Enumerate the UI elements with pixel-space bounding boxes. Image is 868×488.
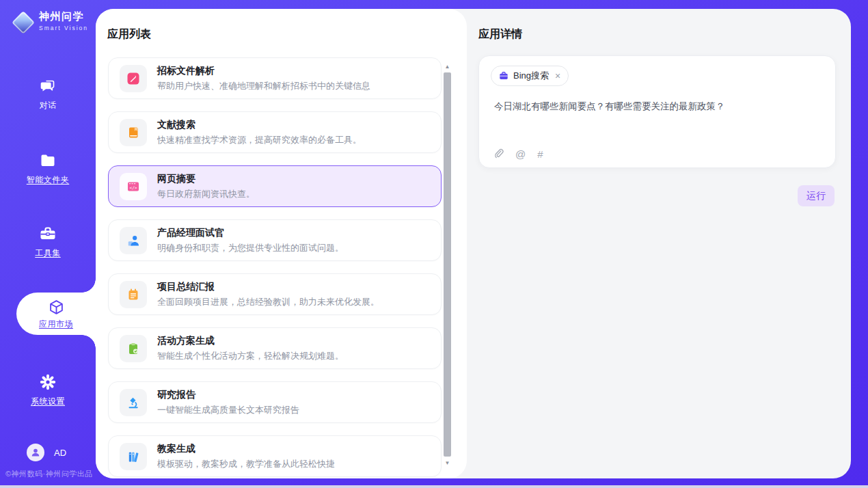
sidebar-item-smart-folder[interactable]: 智能文件夹 — [0, 151, 96, 186]
app-card-title: 文献搜索 — [157, 119, 362, 131]
app-card-project-summary[interactable]: 项目总结汇报 全面回顾项目进展，总结经验教训，助力未来优化发展。 — [108, 273, 442, 315]
microscope-icon — [120, 389, 147, 416]
tag-close-icon[interactable]: × — [555, 70, 560, 81]
sidebar-item-chat[interactable]: 对话 — [0, 77, 96, 111]
bottom-edge-strip — [0, 485, 868, 488]
app-card-title: 项目总结汇报 — [157, 281, 379, 293]
copyright: ©神州数码·神州问学出品 — [5, 469, 93, 479]
scrollbar: ▲ ▼ — [443, 64, 452, 467]
paperclip-icon[interactable] — [493, 148, 504, 160]
app-card-desc: 快速精准查找学术资源，提高研究效率的必备工具。 — [157, 134, 362, 146]
app-list-panel: 应用列表 招标文件解析 帮助用户快速、准确地理解和解析招标书中的关键信息 — [96, 9, 467, 478]
book-icon — [120, 119, 147, 146]
app-card-title: 招标文件解析 — [157, 65, 370, 77]
app-card-desc: 全面回顾项目进展，总结经验教训，助力未来优化发展。 — [157, 296, 379, 308]
sidebar-item-label: 系统设置 — [0, 396, 96, 407]
svg-text:</>: </> — [129, 185, 137, 189]
app-card-title: 教案生成 — [157, 443, 335, 455]
tool-tag-bing-search[interactable]: Bing搜索 × — [491, 66, 569, 86]
avatar — [27, 444, 44, 461]
app-card-research-report[interactable]: 研究报告 一键智能生成高质量长文本研究报告 — [108, 381, 442, 423]
main-area: 应用列表 招标文件解析 帮助用户快速、准确地理解和解析招标书中的关键信息 — [96, 9, 851, 478]
app-card-title: 产品经理面试官 — [157, 227, 344, 239]
app-detail-panel: 应用详情 Bing搜索 × 今日湖北有哪些新闻要点？有哪些需要关注的最新政策？ — [467, 9, 851, 478]
query-text[interactable]: 今日湖北有哪些新闻要点？有哪些需要关注的最新政策？ — [494, 100, 822, 113]
app-card-lesson-plan[interactable]: 教案生成 模板驱动，教案秒成，教学准备从此轻松快捷 — [108, 435, 442, 477]
app-card-activity-plan[interactable]: 活动方案生成 智能生成个性化活动方案，轻松解决规划难题。 — [108, 327, 442, 369]
scroll-down-icon[interactable]: ▼ — [443, 460, 452, 467]
run-button[interactable]: 运行 — [798, 185, 835, 206]
tool-tag-label: Bing搜索 — [513, 70, 549, 82]
app-list-title: 应用列表 — [107, 27, 151, 42]
chat-icon — [0, 77, 96, 95]
pen-square-icon — [120, 65, 147, 92]
clipboard-check-icon — [120, 335, 147, 362]
sidebar-item-label: 应用市场 — [16, 318, 96, 330]
mention-icon[interactable]: @ — [515, 149, 526, 160]
memo-icon — [120, 281, 147, 308]
brand-subtitle: Smart Vision — [39, 25, 88, 31]
brand-logo: 神州问学 Smart Vision — [12, 10, 88, 31]
brand-name: 神州问学 — [39, 10, 88, 23]
app-card-title: 活动方案生成 — [157, 335, 344, 347]
user-account[interactable]: AD — [27, 444, 66, 461]
sidebar-item-settings[interactable]: 系统设置 — [0, 372, 96, 407]
app-card-desc: 智能生成个性化活动方案，轻松解决规划难题。 — [157, 350, 344, 362]
app-card-web-summary[interactable]: </> 网页摘要 每日政府新闻资讯快查。 — [108, 165, 442, 207]
toolbox-icon — [0, 224, 96, 243]
user-initials: AD — [54, 448, 66, 458]
person-icon — [30, 447, 41, 458]
gear-icon — [0, 372, 96, 391]
app-card-bid-analysis[interactable]: 招标文件解析 帮助用户快速、准确地理解和解析招标书中的关键信息 — [108, 57, 442, 99]
sidebar-item-label: 对话 — [0, 100, 96, 111]
sidebar-item-label: 工具集 — [0, 247, 96, 259]
sidebar-item-label: 智能文件夹 — [0, 174, 96, 186]
app-card-desc: 明确身份和职责，为您提供专业性的面试问题。 — [157, 242, 344, 254]
briefcase-icon — [499, 71, 508, 81]
app-card-pm-interviewer[interactable]: 产品经理面试官 明确身份和职责，为您提供专业性的面试问题。 — [108, 219, 442, 261]
books-icon — [120, 443, 147, 470]
app-detail-title: 应用详情 — [478, 27, 522, 42]
scrollbar-thumb[interactable] — [444, 72, 451, 457]
scroll-up-icon[interactable]: ▲ — [443, 64, 452, 70]
sidebar-item-app-market[interactable]: 应用市场 — [16, 293, 96, 335]
app-card-list: 招标文件解析 帮助用户快速、准确地理解和解析招标书中的关键信息 文献搜索 — [108, 57, 442, 478]
app-card-desc: 一键智能生成高质量长文本研究报告 — [157, 404, 299, 416]
app-card-desc: 帮助用户快速、准确地理解和解析招标书中的关键信息 — [157, 80, 370, 92]
app-card-desc: 每日政府新闻资讯快查。 — [157, 188, 255, 200]
app-card-desc: 模板驱动，教案秒成，教学准备从此轻松快捷 — [157, 458, 335, 470]
app-card-title: 研究报告 — [157, 389, 299, 401]
interviewer-icon — [120, 227, 147, 254]
app-card-literature-search[interactable]: 文献搜索 快速精准查找学术资源，提高研究效率的必备工具。 — [108, 111, 442, 153]
brand-logo-icon — [12, 11, 35, 34]
cube-icon — [16, 298, 96, 316]
app-card-title: 网页摘要 — [157, 173, 255, 185]
sidebar: 神州问学 Smart Vision 对话 智能文件夹 — [0, 0, 96, 485]
webpage-code-icon: </> — [120, 173, 147, 200]
prompt-card: Bing搜索 × 今日湖北有哪些新闻要点？有哪些需要关注的最新政策？ @ # — [478, 55, 836, 168]
attachment-toolbar: @ # — [493, 148, 543, 160]
hash-icon[interactable]: # — [537, 149, 543, 160]
sidebar-item-toolset[interactable]: 工具集 — [0, 224, 96, 259]
folder-icon — [0, 151, 96, 170]
